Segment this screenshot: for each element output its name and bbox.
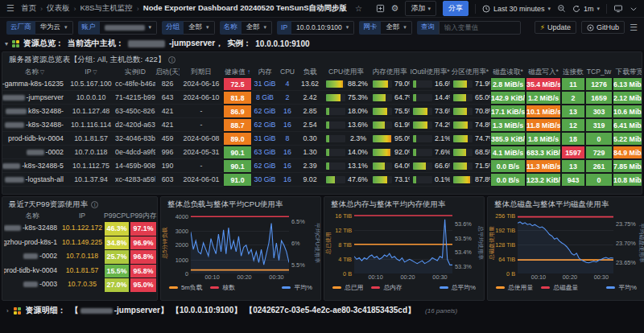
breadcrumb-item[interactable]: K8S与主机监控 — [80, 3, 132, 14]
column-header[interactable]: CPU — [278, 66, 297, 77]
host-name-link[interactable]: k8s-32488- — [2, 105, 67, 118]
variable-value-dropdown[interactable]: ▾ — [100, 21, 158, 35]
column-header[interactable]: CPU使用率 — [323, 66, 369, 77]
column-header[interactable]: 内存 — [252, 66, 278, 77]
chart-legend: 总已用总内存总平均% — [324, 282, 484, 292]
legend-item[interactable]: 总已用 — [332, 283, 363, 292]
column-header[interactable]: 下载带宽 — [613, 66, 642, 77]
host-name-link[interactable]: -logstash-all — [2, 173, 67, 187]
host-name-link[interactable]: -k8s-32488 — [4, 221, 60, 236]
column-header[interactable]: 健康值 ↑ — [223, 66, 252, 77]
update-button[interactable]: ⚡Update — [535, 21, 576, 34]
breadcrumb-item[interactable]: 首页 — [21, 3, 36, 14]
chart-panel-title[interactable]: 整体总负载与整体平均CPU使用率 — [161, 197, 320, 211]
column-header[interactable]: 连接数 — [561, 66, 585, 77]
star-icon[interactable]: ☆ — [355, 4, 362, 13]
host-name-link[interactable]: prod-tidb-kv-0004 — [2, 132, 67, 146]
details-text: -jumpserver】 — [114, 305, 168, 316]
column-header[interactable]: 启动(天) — [155, 66, 180, 77]
column-header[interactable]: TCP_tw — [585, 66, 613, 77]
gauge-value: 61.9% — [394, 118, 410, 132]
axis-label-text: 平均磁盘使用率 — [638, 224, 644, 263]
chart-panel-title[interactable]: 整体总磁盘与整体平均磁盘使用率 — [488, 197, 644, 211]
variable-value-dropdown[interactable]: 华为云▾ — [35, 21, 73, 35]
column-header[interactable]: 内存使用率 — [369, 66, 410, 77]
collapse-caret-icon[interactable]: ▾ — [5, 40, 8, 47]
zoom-out-icon[interactable] — [557, 4, 566, 14]
collapse-caret-icon[interactable]: › — [6, 307, 9, 314]
tick-label: 5.5% — [291, 261, 305, 269]
github-button[interactable]: GitHub — [581, 21, 625, 34]
column-header[interactable]: 实例ID — [115, 66, 155, 77]
gauge-track — [453, 176, 473, 183]
column-header[interactable]: 到期日 — [180, 66, 223, 77]
host-name-link[interactable]: gzhou-prod-k8s-1 — [4, 236, 60, 250]
variable-value-dropdown[interactable]: 全部▾ — [381, 21, 412, 35]
gauge-value: 16.6% — [435, 77, 450, 91]
column-header[interactable]: 名称 ▽ — [2, 66, 67, 77]
details-row-header[interactable]: › 资源明细： 【-jumpserver】【10.0.0.10:9100】【02… — [0, 302, 644, 319]
panel-add-icon[interactable] — [376, 4, 385, 14]
legend-item[interactable]: 平均% — [282, 283, 312, 292]
variable-value-dropdown[interactable]: 全部▾ — [184, 21, 215, 35]
column-header[interactable]: P99内存 — [130, 211, 157, 221]
table-panel-title[interactable]: 服务器资源总览表【分组: All, 主机总数: 422】i — [2, 52, 642, 66]
variable-value-dropdown[interactable]: 全部▾ — [242, 21, 273, 35]
query-variable-input[interactable] — [439, 21, 521, 35]
menu-toggle-icon[interactable]: ☰ — [630, 23, 638, 33]
breadcrumb-item[interactable]: Node Exporter Dashboard 20240520 TenSunS… — [143, 3, 347, 14]
info-icon[interactable]: i — [168, 56, 175, 64]
host-name-link[interactable]: -0002 — [4, 249, 60, 264]
gauge-bar — [413, 176, 416, 183]
variable-value-dropdown[interactable]: 10.0.0.10:9100▾ — [291, 21, 354, 35]
column-header[interactable]: 磁盘读取* — [490, 66, 526, 77]
sort-asc-icon[interactable]: ↑ — [246, 68, 250, 76]
time-range-picker[interactable]: Last 30 minutes▾ — [482, 5, 551, 13]
host-name-link[interactable]: -k8s-32488-5 — [2, 159, 67, 173]
legend-item[interactable]: 总内存 — [371, 283, 402, 292]
legend-item[interactable]: 核数 — [210, 283, 235, 292]
column-header[interactable]: 负载 — [297, 66, 323, 77]
column-header[interactable]: P99CPU — [104, 211, 130, 221]
column-header[interactable]: IP — [60, 211, 104, 221]
cell-memory: 62 GiB — [252, 118, 278, 132]
host-name-link[interactable]: -0003 — [4, 278, 60, 292]
column-header[interactable]: 名称 — [4, 211, 60, 221]
chart-panel-title[interactable]: 整体总内存与整体平均内存使用率 — [324, 197, 484, 211]
overview-row-header[interactable]: ▾ 资源总览： 当前选中主机： -jumpserver， 实例： 10.0.0.… — [0, 37, 644, 50]
kiosk-monitor-icon[interactable] — [613, 4, 623, 14]
breadcrumb-item[interactable]: 仪表板 — [47, 3, 70, 14]
info-icon[interactable]: i — [91, 201, 98, 208]
filter-icon[interactable]: ▽ — [91, 69, 97, 75]
host-name-link[interactable]: -0002 — [2, 146, 67, 159]
chevron-down-icon[interactable] — [630, 4, 638, 13]
legend-item[interactable]: 5m负载 — [169, 283, 202, 292]
memory-chart-panel: 整体总内存与整体平均内存使用率总已使用16 TiB12 TiB8 TiB4 Ti… — [324, 196, 485, 301]
legend-item[interactable]: 总磁盘量 — [541, 283, 578, 292]
variable-value: 全部 — [188, 23, 202, 32]
host-name-link[interactable]: -k8s-32488- — [2, 118, 67, 132]
p99-panel-title[interactable]: 最近7天P99资源使用率i — [2, 197, 157, 211]
legend-item[interactable]: 平均% — [606, 283, 637, 292]
column-header[interactable]: IP ▽ — [67, 66, 115, 77]
add-button[interactable]: 添加▾ — [405, 1, 436, 16]
menu-icon[interactable]: ☰ — [6, 3, 14, 14]
gear-icon[interactable]: ⚙ — [391, 4, 399, 13]
host-name-link[interactable]: prod-tidb-kv-0004 — [4, 264, 60, 278]
refresh-picker[interactable]: 1m▾ — [572, 5, 600, 13]
legend-item[interactable]: 总平均% — [440, 283, 476, 292]
cell-load: 2.42 — [297, 91, 323, 105]
cell-partition-usage: 87.8% — [450, 173, 490, 187]
status-cell: 11.8 MiB/s — [526, 118, 561, 132]
share-button[interactable]: 分享 — [443, 1, 469, 16]
cell-cpu-count: 16 — [278, 146, 297, 159]
filter-icon[interactable]: ▽ — [39, 69, 44, 75]
cell-memory: 63 GiB — [252, 146, 278, 159]
legend-item[interactable]: 总使用量 — [496, 283, 533, 292]
cell-instance-id: 71-4215-b994-4 — [115, 91, 155, 105]
column-header[interactable]: 分区使用率* — [450, 66, 490, 77]
host-name-link[interactable]: o-gamma-k8s-16235 — [2, 77, 67, 91]
column-header[interactable]: IOutil使用率* — [410, 66, 450, 77]
column-header[interactable]: 磁盘写入* — [526, 66, 561, 77]
host-name-link[interactable]: -jumpserver — [2, 91, 67, 105]
